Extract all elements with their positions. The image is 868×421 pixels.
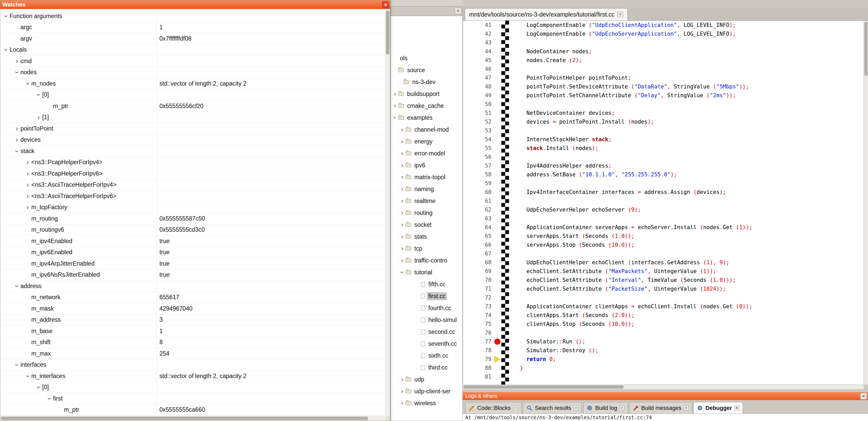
management-titlebar[interactable]: × bbox=[391, 6, 462, 16]
watch-row[interactable]: nodes bbox=[0, 67, 385, 78]
tab-close-icon[interactable]: × bbox=[684, 406, 689, 411]
code-line[interactable]: pointToPoint.SetDeviceAttribute ("DataRa… bbox=[520, 82, 864, 91]
tree-item-wireless[interactable]: wireless bbox=[392, 397, 462, 409]
scrollbar-thumb[interactable] bbox=[386, 10, 390, 55]
marker-cell[interactable] bbox=[494, 197, 501, 205]
marker-cell[interactable] bbox=[494, 126, 501, 135]
marker-cell[interactable] bbox=[494, 144, 501, 153]
line-number[interactable]: 59 bbox=[463, 179, 492, 188]
marker-cell[interactable] bbox=[494, 56, 501, 65]
code-line[interactable]: return 0; bbox=[520, 355, 864, 364]
expander-closed-icon[interactable] bbox=[24, 202, 31, 213]
line-number[interactable]: 49 bbox=[463, 91, 492, 100]
expander-open-icon[interactable] bbox=[13, 67, 21, 78]
code-line[interactable] bbox=[520, 197, 864, 205]
line-number[interactable]: 53 bbox=[463, 126, 492, 135]
expander-open-icon[interactable] bbox=[24, 370, 31, 382]
code-line[interactable] bbox=[520, 373, 864, 381]
line-number[interactable]: 52 bbox=[463, 118, 492, 126]
tab-close-icon[interactable]: × bbox=[618, 12, 623, 17]
tree-item-tcp[interactable]: tcp bbox=[392, 242, 462, 255]
marker-cell[interactable] bbox=[494, 355, 501, 364]
line-number[interactable]: 80 bbox=[463, 364, 492, 373]
code-line[interactable]: LogComponentEnable ("UdpEchoClientApplic… bbox=[520, 21, 864, 30]
watch-row[interactable]: m_base1 bbox=[0, 326, 385, 337]
expander-open-icon[interactable] bbox=[392, 112, 398, 124]
code-line[interactable]: serverApps.Start (Seconds (1.0)); bbox=[520, 232, 864, 240]
log-tab-debugger[interactable]: Debugger× bbox=[693, 402, 743, 414]
expander-open-icon[interactable] bbox=[2, 44, 9, 56]
expander-closed-icon[interactable] bbox=[392, 88, 398, 100]
watch-row[interactable]: devices bbox=[0, 134, 385, 146]
expander-open-icon[interactable] bbox=[13, 145, 21, 157]
marker-cell[interactable] bbox=[494, 249, 501, 258]
watch-row[interactable]: m_ipv4ArpJitterEnabledtrue bbox=[0, 258, 385, 269]
scrollbar-thumb[interactable] bbox=[1, 417, 368, 420]
marker-cell[interactable] bbox=[494, 373, 501, 381]
watch-row[interactable]: pointToPoint bbox=[0, 123, 385, 134]
code-line[interactable]: clientApps.Start (Seconds (2.0)); bbox=[520, 311, 864, 320]
code-line[interactable]: address.SetBase ("10.1.1.0", "255.255.25… bbox=[520, 170, 864, 179]
tree-item-buildsupport[interactable]: buildsupport bbox=[392, 88, 462, 100]
tree-item-fourth-cc[interactable]: fourth.cc bbox=[392, 302, 462, 314]
expander-closed-icon[interactable] bbox=[24, 191, 31, 202]
line-number[interactable]: 42 bbox=[463, 30, 492, 38]
line-number[interactable]: 70 bbox=[463, 276, 492, 285]
code-line[interactable] bbox=[520, 65, 864, 73]
line-number[interactable]: 73 bbox=[463, 302, 492, 311]
watch-row[interactable]: [0] bbox=[0, 90, 385, 101]
watch-row[interactable]: m_ipv4Enabledtrue bbox=[0, 235, 385, 247]
marker-cell[interactable] bbox=[494, 38, 501, 47]
expander-closed-icon[interactable] bbox=[399, 195, 406, 207]
line-number[interactable]: 61 bbox=[463, 197, 492, 205]
line-number[interactable]: 57 bbox=[463, 161, 492, 170]
line-number[interactable]: 43 bbox=[463, 38, 492, 47]
tree-item-naming[interactable]: naming bbox=[392, 183, 462, 195]
tree-item-fifth-cc[interactable]: fifth.cc bbox=[392, 278, 462, 290]
watch-row[interactable]: m_interfacesstd::vector of length 2, cap… bbox=[0, 370, 385, 382]
code-line[interactable] bbox=[520, 153, 864, 161]
code-line[interactable]: Ipv4InterfaceContainer interfaces = addr… bbox=[520, 188, 864, 197]
watches-horizontal-scrollbar[interactable] bbox=[0, 416, 385, 421]
line-number[interactable]: 67 bbox=[463, 249, 492, 258]
marker-cell[interactable] bbox=[494, 179, 501, 188]
tree-item-error-model[interactable]: error-model bbox=[392, 148, 462, 159]
line-number[interactable]: 56 bbox=[463, 153, 492, 161]
marker-cell[interactable] bbox=[494, 30, 501, 38]
marker-cell[interactable] bbox=[494, 328, 501, 337]
marker-cell[interactable] bbox=[494, 302, 501, 311]
line-number[interactable]: 50 bbox=[463, 100, 492, 108]
line-number[interactable]: 71 bbox=[463, 285, 492, 293]
expander-closed-icon[interactable] bbox=[399, 135, 406, 148]
expander-closed-icon[interactable] bbox=[24, 180, 31, 191]
code-line[interactable]: echoClient.SetAttribute ("Interval", Tim… bbox=[520, 276, 864, 285]
marker-cell[interactable] bbox=[494, 311, 501, 320]
tree-item-channel-mod[interactable]: channel-mod bbox=[392, 124, 462, 135]
code-line[interactable]: } bbox=[520, 364, 864, 373]
tree-item-realtime[interactable]: realtime bbox=[392, 195, 462, 207]
tree-item-hello-simul[interactable]: hello-simul bbox=[392, 314, 462, 326]
code-line[interactable] bbox=[520, 293, 864, 302]
tab-close-icon[interactable]: × bbox=[513, 406, 518, 411]
code-line[interactable]: Simulator::Run (); bbox=[520, 337, 864, 346]
code-lines[interactable]: LogComponentEnable ("UdpEchoClientApplic… bbox=[509, 21, 864, 385]
tree-item-third-cc[interactable]: third.cc bbox=[392, 361, 462, 374]
marker-cell[interactable] bbox=[494, 118, 501, 126]
expander-closed-icon[interactable] bbox=[399, 255, 406, 266]
code-line[interactable]: PointToPointHelper pointToPoint; bbox=[520, 73, 864, 82]
line-number[interactable]: 44 bbox=[463, 47, 492, 56]
expander-closed-icon[interactable] bbox=[399, 159, 406, 171]
tree-item-ipv6[interactable]: ipv6 bbox=[392, 159, 462, 171]
expander-closed-icon[interactable] bbox=[399, 242, 406, 255]
line-number[interactable]: 69 bbox=[463, 267, 492, 276]
code-line[interactable]: nodes.Create (2); bbox=[520, 56, 864, 65]
line-number[interactable]: 74 bbox=[463, 311, 492, 320]
code-line[interactable]: ApplicationContainer serverApps = echoSe… bbox=[520, 223, 864, 232]
expander-closed-icon[interactable] bbox=[399, 374, 406, 385]
line-number[interactable]: 77 bbox=[463, 337, 492, 346]
scrollbar-thumb[interactable] bbox=[864, 22, 867, 76]
line-number[interactable]: 46 bbox=[463, 65, 492, 73]
watch-row[interactable]: cmd bbox=[0, 56, 385, 67]
line-number[interactable]: 81 bbox=[463, 373, 492, 381]
line-number[interactable]: 76 bbox=[463, 328, 492, 337]
